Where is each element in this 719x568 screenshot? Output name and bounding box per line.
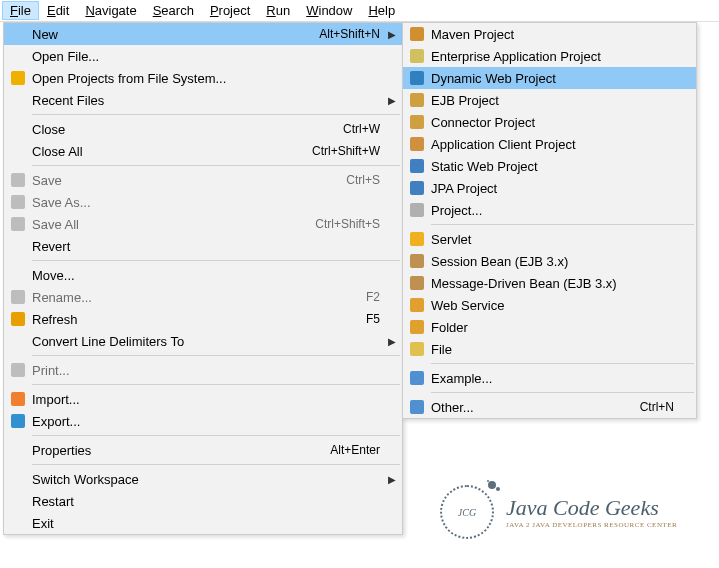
new-menu-item-folder[interactable]: Folder (403, 316, 696, 338)
menu-item-label: Message-Driven Bean (EJB 3.x) (427, 276, 678, 291)
menubar: FileEditNavigateSearchProjectRunWindowHe… (0, 0, 719, 22)
new-menu-item-separator (431, 224, 694, 225)
menu-item-label: New (28, 27, 319, 42)
app-client-project-icon (407, 136, 427, 152)
file-menu-item-exit[interactable]: Exit (4, 512, 402, 534)
menu-item-accelerator: F5 (366, 312, 384, 326)
save-all-icon (8, 216, 28, 232)
menu-item-label: Close All (28, 144, 312, 159)
file-icon (407, 341, 427, 357)
mdb-icon (407, 275, 427, 291)
refresh-icon (8, 311, 28, 327)
file-menu-item-open-projects-from-file-system[interactable]: Open Projects from File System... (4, 67, 402, 89)
file-menu-item-revert[interactable]: Revert (4, 235, 402, 257)
menu-item-label: JPA Project (427, 181, 678, 196)
new-menu-item-maven-project[interactable]: Maven Project (403, 23, 696, 45)
menu-item-label: Example... (427, 371, 678, 386)
new-menu-item-application-client-project[interactable]: Application Client Project (403, 133, 696, 155)
file-menu-item-move[interactable]: Move... (4, 264, 402, 286)
new-menu-item-ejb-project[interactable]: EJB Project (403, 89, 696, 111)
ear-project-icon (407, 48, 427, 64)
file-menu-item-export[interactable]: Export... (4, 410, 402, 432)
blank-icon (8, 442, 28, 458)
watermark-title: Java Code Geeks (506, 495, 677, 521)
new-menu-item-connector-project[interactable]: Connector Project (403, 111, 696, 133)
new-menu-item-dynamic-web-project[interactable]: Dynamic Web Project (403, 67, 696, 89)
example-icon (407, 370, 427, 386)
file-menu-item-rename: Rename...F2 (4, 286, 402, 308)
menu-item-label: Folder (427, 320, 678, 335)
menu-item-accelerator: Ctrl+S (346, 173, 384, 187)
new-menu-item-static-web-project[interactable]: Static Web Project (403, 155, 696, 177)
file-menu-item-print: Print... (4, 359, 402, 381)
new-menu-item-example[interactable]: Example... (403, 367, 696, 389)
menubar-item-file[interactable]: File (2, 1, 39, 20)
menu-item-label: Application Client Project (427, 137, 678, 152)
file-menu-item-open-file[interactable]: Open File... (4, 45, 402, 67)
file-menu-item-close-all[interactable]: Close AllCtrl+Shift+W (4, 140, 402, 162)
new-menu-item-other[interactable]: Other...Ctrl+N (403, 396, 696, 418)
jcg-logo-icon: JCG (440, 485, 494, 539)
rename-icon (8, 289, 28, 305)
menubar-item-navigate[interactable]: Navigate (77, 1, 144, 20)
new-menu-item-jpa-project[interactable]: JPA Project (403, 177, 696, 199)
submenu-arrow-icon: ▶ (384, 29, 396, 40)
import-icon (8, 391, 28, 407)
file-menu-item-switch-workspace[interactable]: Switch Workspace▶ (4, 468, 402, 490)
blank-icon (8, 92, 28, 108)
print-icon (8, 362, 28, 378)
menu-item-label: Close (28, 122, 343, 137)
file-menu-item-save-all: Save AllCtrl+Shift+S (4, 213, 402, 235)
new-menu-item-servlet[interactable]: Servlet (403, 228, 696, 250)
new-menu-item-session-bean-ejb-3-x[interactable]: Session Bean (EJB 3.x) (403, 250, 696, 272)
file-menu-item-separator (32, 464, 400, 465)
file-menu-item-new[interactable]: NewAlt+Shift+N▶ (4, 23, 402, 45)
menu-item-label: Save All (28, 217, 315, 232)
menubar-item-window[interactable]: Window (298, 1, 360, 20)
menu-item-label: Other... (427, 400, 640, 415)
new-menu-item-message-driven-bean-ejb-3-x[interactable]: Message-Driven Bean (EJB 3.x) (403, 272, 696, 294)
blank-icon (8, 493, 28, 509)
menubar-item-search[interactable]: Search (145, 1, 202, 20)
blank-icon (8, 333, 28, 349)
menu-item-label: Properties (28, 443, 330, 458)
file-menu-item-separator (32, 260, 400, 261)
new-menu-item-web-service[interactable]: Web Service (403, 294, 696, 316)
menu-item-label: Open Projects from File System... (28, 71, 384, 86)
menu-item-label: Open File... (28, 49, 384, 64)
menubar-item-help[interactable]: Help (360, 1, 403, 20)
file-menu-item-close[interactable]: CloseCtrl+W (4, 118, 402, 140)
file-menu-item-save: SaveCtrl+S (4, 169, 402, 191)
new-menu-item-enterprise-application-project[interactable]: Enterprise Application Project (403, 45, 696, 67)
new-menu-item-project[interactable]: Project... (403, 199, 696, 221)
menu-item-accelerator: Ctrl+Shift+S (315, 217, 384, 231)
file-menu-item-restart[interactable]: Restart (4, 490, 402, 512)
menu-item-accelerator: Ctrl+N (640, 400, 678, 414)
file-menu-item-properties[interactable]: PropertiesAlt+Enter (4, 439, 402, 461)
new-menu-item-file[interactable]: File (403, 338, 696, 360)
file-menu-item-convert-line-delimiters-to[interactable]: Convert Line Delimiters To▶ (4, 330, 402, 352)
menu-item-accelerator: Ctrl+Shift+W (312, 144, 384, 158)
menubar-item-project[interactable]: Project (202, 1, 258, 20)
menu-item-label: Session Bean (EJB 3.x) (427, 254, 678, 269)
file-menu-item-import[interactable]: Import... (4, 388, 402, 410)
menu-item-label: Export... (28, 414, 384, 429)
save-icon (8, 172, 28, 188)
blank-icon (8, 48, 28, 64)
file-menu-item-separator (32, 435, 400, 436)
file-menu-item-separator (32, 355, 400, 356)
watermark-logo: JCG Java Code Geeks Java 2 Java Develope… (440, 485, 677, 539)
file-menu-item-recent-files[interactable]: Recent Files▶ (4, 89, 402, 111)
file-menu-item-refresh[interactable]: RefreshF5 (4, 308, 402, 330)
menubar-item-edit[interactable]: Edit (39, 1, 77, 20)
blank-icon (8, 471, 28, 487)
maven-project-icon (407, 26, 427, 42)
dynamic-web-project-icon (407, 70, 427, 86)
menu-item-label: Web Service (427, 298, 678, 313)
menu-item-label: Convert Line Delimiters To (28, 334, 384, 349)
menu-item-label: Print... (28, 363, 384, 378)
blank-icon (8, 238, 28, 254)
new-menu-item-separator (431, 363, 694, 364)
menu-item-accelerator: Alt+Enter (330, 443, 384, 457)
menubar-item-run[interactable]: Run (258, 1, 298, 20)
